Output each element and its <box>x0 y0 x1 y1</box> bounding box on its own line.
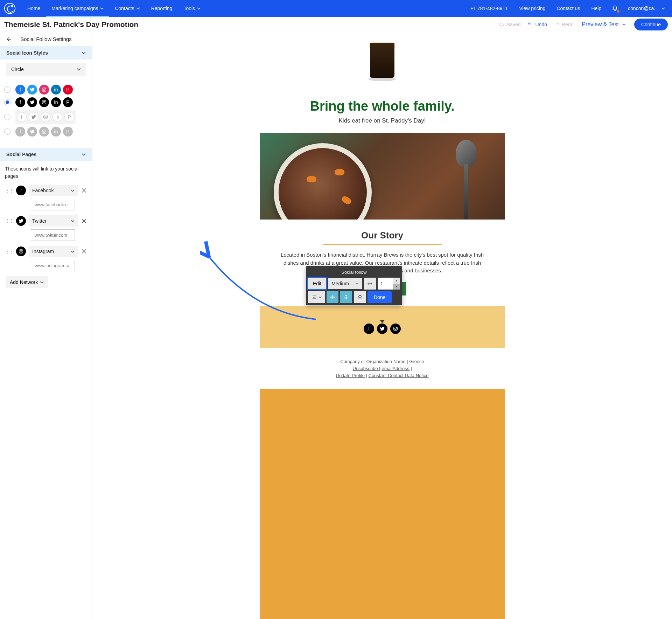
radio-white[interactable] <box>4 114 10 120</box>
subheadline-text[interactable]: Kids eat free on St. Paddy's Day! <box>260 117 505 133</box>
url-input-instagram[interactable] <box>31 260 75 271</box>
nav-contacts[interactable]: Contacts <box>109 0 145 17</box>
facebook-icon[interactable]: f <box>364 324 374 334</box>
nav-marketing[interactable]: Marketing campaigns <box>46 0 109 17</box>
drag-handle-icon[interactable]: ⋮⋮ <box>5 218 13 224</box>
nav-pricing[interactable]: View pricing <box>513 0 551 17</box>
brand-logo[interactable] <box>4 3 15 14</box>
svg-point-11 <box>20 251 22 252</box>
facebook-icon: f <box>15 85 25 95</box>
url-input-facebook[interactable] <box>31 199 75 210</box>
accordion-social-pages[interactable]: Social Pages <box>0 148 92 161</box>
drag-handle-icon[interactable]: ⋮⋮ <box>5 188 13 193</box>
radio-black[interactable] <box>4 99 10 105</box>
toolbar-delete-button[interactable] <box>354 291 366 303</box>
footer-notice-link[interactable]: Constant Contact Data Notice <box>369 373 429 378</box>
nav-tools[interactable]: Tools <box>178 0 206 17</box>
shape-dropdown[interactable]: Circle <box>6 63 86 76</box>
stepper-down[interactable]: ▼ <box>393 284 400 290</box>
add-network-label: Add Network <box>10 279 38 285</box>
instagram-icon <box>41 112 50 122</box>
twitter-icon[interactable] <box>377 324 387 334</box>
document-title[interactable]: Themeisle St. Patrick's Day Promotion <box>4 20 138 29</box>
remove-icon[interactable] <box>81 218 87 224</box>
nav-contact-us[interactable]: Contact us <box>551 0 586 17</box>
nav-reporting[interactable]: Reporting <box>146 0 178 17</box>
pinterest-icon: P <box>64 112 74 122</box>
food-image-block[interactable] <box>260 133 505 220</box>
workspace: Social Follow Settings Social Icon Style… <box>0 32 672 619</box>
toolbar-stretch-h-button[interactable] <box>327 291 338 303</box>
headline-text[interactable]: Bring the whole family. <box>260 88 505 117</box>
drag-handle-icon[interactable]: ⋮⋮ <box>5 249 13 254</box>
social-pages-body: These icons will link to your social pag… <box>0 161 92 292</box>
beer-glass-image <box>365 32 400 81</box>
network-select-facebook[interactable]: Facebook <box>29 185 78 196</box>
footer-update-link[interactable]: Update Profile <box>336 373 365 378</box>
style-option-white[interactable]: f in P <box>4 110 88 124</box>
linkedin-icon: in <box>51 127 61 137</box>
preview-test-menu[interactable]: Preview & Test <box>577 21 631 28</box>
toolbar-align-menu[interactable] <box>308 291 325 303</box>
sidebar-title: Social Follow Settings <box>5 36 87 42</box>
svg-point-14 <box>395 328 397 329</box>
accordion-styles-label: Social Icon Styles <box>6 50 48 56</box>
svg-point-2 <box>45 88 46 89</box>
nav-reporting-label: Reporting <box>151 6 173 11</box>
notifications-button[interactable] <box>607 5 623 12</box>
chevron-down-icon <box>82 152 86 157</box>
footer-unsubscribe-link[interactable]: Unsubscribe [[emailAddress]] <box>352 366 412 371</box>
chevron-down-icon <box>40 280 44 284</box>
remove-icon[interactable] <box>81 187 87 194</box>
style-options: f in P f in P <box>0 79 92 142</box>
redo-label: Redo <box>562 22 573 27</box>
radio-gray[interactable] <box>4 128 10 135</box>
twitter-icon <box>29 112 38 122</box>
social-follow-block[interactable]: Social follow Edit Medium ▲ ▼ <box>260 306 505 348</box>
pinterest-icon: P <box>63 127 73 137</box>
instagram-icon[interactable] <box>390 324 401 334</box>
undo-icon <box>527 22 533 27</box>
social-item-instagram: ⋮⋮ Instagram <box>5 246 87 271</box>
style-option-black[interactable]: f in P <box>4 97 88 107</box>
svg-point-1 <box>43 89 45 91</box>
footer-separator: | <box>365 373 369 378</box>
story-title[interactable]: Our Story <box>277 230 487 241</box>
network-label: Facebook <box>32 188 54 193</box>
canvas[interactable]: Bring the whole family. Kids eat free on… <box>92 32 672 619</box>
social-icons-row[interactable]: f <box>260 324 505 334</box>
network-select-instagram[interactable]: Instagram <box>29 246 78 257</box>
toolbar-size-select[interactable]: Medium <box>328 278 362 289</box>
add-network-button[interactable]: Add Network <box>6 276 48 288</box>
accordion-icon-styles[interactable]: Social Icon Styles <box>0 46 92 60</box>
toolbar-spacing-stepper[interactable]: ▲ ▼ <box>378 278 400 290</box>
twitter-icon <box>27 97 37 107</box>
chevron-down-icon <box>622 23 626 26</box>
remove-icon[interactable] <box>81 248 87 255</box>
style-option-color[interactable]: f in P <box>4 85 88 95</box>
style-option-gray[interactable]: f in P <box>4 127 88 137</box>
toolbar-done-button[interactable]: Done <box>368 291 392 303</box>
url-input-twitter[interactable] <box>31 229 75 241</box>
radio-color[interactable] <box>4 86 10 93</box>
account-menu[interactable]: concon@ca... <box>623 6 668 11</box>
continue-button[interactable]: Continue <box>634 19 668 30</box>
spacing-input[interactable] <box>378 278 393 290</box>
nav-help[interactable]: Help <box>586 0 607 17</box>
chevron-down-icon <box>82 51 86 55</box>
toolbar-spacing-icon <box>364 278 376 290</box>
toolbar-edit-button[interactable]: Edit <box>308 278 326 289</box>
back-arrow-icon[interactable] <box>5 36 12 43</box>
stepper-up[interactable]: ▲ <box>393 278 400 284</box>
toolbar-stretch-v-button[interactable] <box>340 291 352 303</box>
nav-phone[interactable]: +1 781-482-8911 <box>465 0 513 17</box>
svg-point-9 <box>43 131 45 133</box>
nav-home[interactable]: Home <box>22 0 46 17</box>
footer-company: Company or Organization Name | Greece <box>260 359 505 364</box>
pages-intro: These icons will link to your social pag… <box>5 165 87 180</box>
network-select-twitter[interactable]: Twitter <box>29 215 78 227</box>
hero-image-block[interactable] <box>260 32 505 88</box>
twitter-icon <box>27 127 37 137</box>
undo-button[interactable]: Undo <box>524 22 550 27</box>
account-label: concon@ca... <box>628 6 658 11</box>
